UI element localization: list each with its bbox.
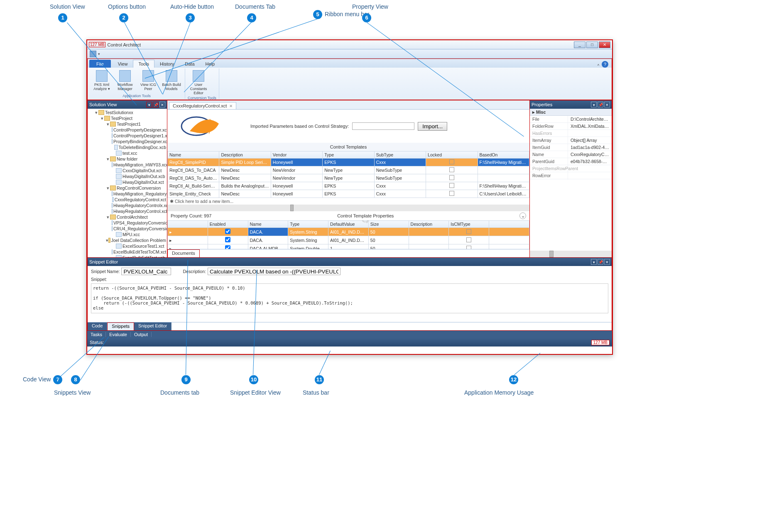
solution-view-title: Solution View bbox=[89, 102, 117, 107]
ribbon-group-title: Application Tools bbox=[91, 93, 182, 98]
snippet-editor-tab[interactable]: Snippet Editor bbox=[134, 322, 171, 330]
snippet-code-editor[interactable]: return -((Source_DACA_PVEUHI - Source_DA… bbox=[91, 283, 608, 313]
property-category[interactable]: ▸ Misc bbox=[530, 109, 612, 116]
ribbon-tab-view[interactable]: View bbox=[113, 60, 133, 68]
properties-header: Properties ▾ 📌 ✕ bbox=[530, 100, 612, 109]
import-strategy-input[interactable] bbox=[352, 122, 414, 130]
titlebar: 127 MB Control Architect _ □ ✕ bbox=[87, 40, 612, 49]
properties-body[interactable]: ▸ Misc FileD:\ControlArchitect TestingFo… bbox=[530, 109, 612, 180]
snippet-body-label: Snippet: bbox=[91, 277, 608, 282]
snippet-editor-header: Snippet Editor ▾ 📌 ✕ bbox=[88, 258, 612, 266]
snippet-editor-panel: Snippet Editor ▾ 📌 ✕ Snippet Name: Descr… bbox=[87, 258, 612, 331]
solution-view-header: Solution View ▾ 📌 ✕ bbox=[88, 100, 167, 109]
solution-view-panel: Solution View ▾ 📌 ✕ ▾TestSolutionxx▾Test… bbox=[87, 100, 167, 258]
close-panel-button[interactable]: ✕ bbox=[159, 102, 165, 107]
collapsed-panels-bar: Tasks Evaluate Output bbox=[87, 331, 612, 338]
tasks-tab[interactable]: Tasks bbox=[87, 332, 106, 337]
template-properties-title: Control Template Properties bbox=[211, 213, 519, 218]
ribbon-tabs: File View Tools History Data Help ^ ? bbox=[87, 59, 612, 68]
documents-bottom-tab[interactable]: Documents bbox=[167, 249, 200, 257]
code-tab[interactable]: Code bbox=[88, 322, 107, 330]
ribbon-body: PKS Xml Analyze ▾ Workflow Manager View … bbox=[87, 68, 612, 100]
options-button[interactable]: ▾ bbox=[146, 102, 152, 107]
analyze-icon bbox=[96, 70, 108, 82]
document-bottom-tabs: Documents bbox=[167, 249, 529, 257]
status-bar: Status: 127 MB bbox=[87, 338, 612, 347]
logo-icon bbox=[176, 115, 234, 138]
workflow-icon bbox=[119, 70, 131, 82]
document-tab-label: CxxxRegulatoryControl.xct bbox=[173, 103, 227, 108]
workflow-manager-button[interactable]: Workflow Manager bbox=[114, 69, 136, 93]
ribbon-collapse-icon[interactable]: ^ bbox=[598, 63, 599, 68]
property-count-value: 997 bbox=[204, 213, 211, 218]
document-tabs: CxxxRegulatoryControl.xct ✕ bbox=[167, 100, 529, 110]
templates-grid[interactable]: NameDescriptionVendorTypeSubTypeLockedBa… bbox=[167, 151, 529, 198]
document-header: Imported Parameters based on Control Str… bbox=[167, 110, 529, 143]
output-tab[interactable]: Output bbox=[131, 332, 152, 337]
ribbon-tab-help[interactable]: Help bbox=[200, 60, 220, 68]
properties-panel: Properties ▾ 📌 ✕ ▸ Misc FileD:\ControlAr… bbox=[530, 100, 612, 258]
snippet-editor-title: Snippet Editor bbox=[89, 259, 118, 264]
properties-title: Properties bbox=[532, 102, 552, 107]
document-area: CxxxRegulatoryControl.xct ✕ Imported Par… bbox=[167, 100, 530, 258]
close-button[interactable]: ✕ bbox=[599, 41, 610, 48]
quick-access-toolbar: ▾ bbox=[87, 49, 612, 59]
properties-autohide-button[interactable]: 📌 bbox=[598, 102, 603, 107]
snippet-bottom-tabs: Code Snippets Snippet Editor bbox=[88, 322, 612, 330]
properties-close-button[interactable]: ✕ bbox=[604, 102, 610, 107]
snippet-options-button[interactable]: ▾ bbox=[591, 259, 597, 265]
snippet-desc-label: Description: bbox=[183, 269, 206, 274]
memory-badge-status: 127 MB bbox=[591, 340, 610, 345]
snippet-desc-input[interactable] bbox=[208, 268, 341, 275]
snippet-name-label: Snippet Name: bbox=[91, 269, 120, 274]
expand-properties-button[interactable]: ⌄ bbox=[519, 212, 526, 219]
ribbon-tab-data[interactable]: Data bbox=[179, 60, 200, 68]
import-button[interactable]: Import... bbox=[418, 122, 447, 131]
templates-scrollbar[interactable] bbox=[167, 205, 529, 211]
evaluate-tab[interactable]: Evaluate bbox=[106, 332, 131, 337]
snippet-autohide-button[interactable]: 📌 bbox=[598, 259, 603, 265]
add-item-row[interactable]: ✱ Click here to add a new item... bbox=[167, 198, 529, 205]
template-properties-grid[interactable]: EnabledNameTypeDefaultValueSizeDescripti… bbox=[167, 220, 529, 249]
ribbon-tab-file[interactable]: File bbox=[89, 60, 111, 68]
ribbon-tab-tools[interactable]: Tools bbox=[133, 60, 154, 68]
properties-options-button[interactable]: ▾ bbox=[591, 102, 597, 107]
qat-dropdown-icon[interactable]: ▾ bbox=[98, 52, 100, 56]
property-count-label: Property Count: bbox=[171, 213, 203, 218]
snippet-name-input[interactable] bbox=[121, 268, 171, 275]
close-tab-icon[interactable]: ✕ bbox=[229, 104, 233, 108]
help-icon[interactable]: ? bbox=[602, 61, 608, 68]
minimize-button[interactable]: _ bbox=[574, 41, 585, 48]
document-tab[interactable]: CxxxRegulatoryControl.xct ✕ bbox=[169, 102, 236, 109]
maximize-button[interactable]: □ bbox=[586, 41, 598, 48]
memory-badge-top: 127 MB bbox=[89, 42, 105, 47]
properties-scrollbar[interactable] bbox=[530, 251, 612, 257]
solution-tree[interactable]: ▾TestSolutionxx▾TestProject▾TestProject1… bbox=[88, 109, 167, 257]
snippets-tab[interactable]: Snippets bbox=[107, 322, 134, 330]
import-label: Imported Parameters based on Control Str… bbox=[250, 124, 349, 129]
ribbon-group-title: Conversion Tools bbox=[188, 95, 216, 100]
snippet-body: Snippet Name: Description: Snippet: retu… bbox=[88, 266, 612, 322]
user-constants-editor-button[interactable]: User Constants Editor bbox=[188, 69, 209, 95]
window-title: Control Architect bbox=[105, 42, 573, 47]
snippet-close-button[interactable]: ✕ bbox=[604, 259, 610, 265]
autohide-button[interactable]: 📌 bbox=[153, 102, 159, 107]
status-label: Status: bbox=[90, 340, 104, 345]
templates-title: Control Templates bbox=[167, 143, 529, 151]
